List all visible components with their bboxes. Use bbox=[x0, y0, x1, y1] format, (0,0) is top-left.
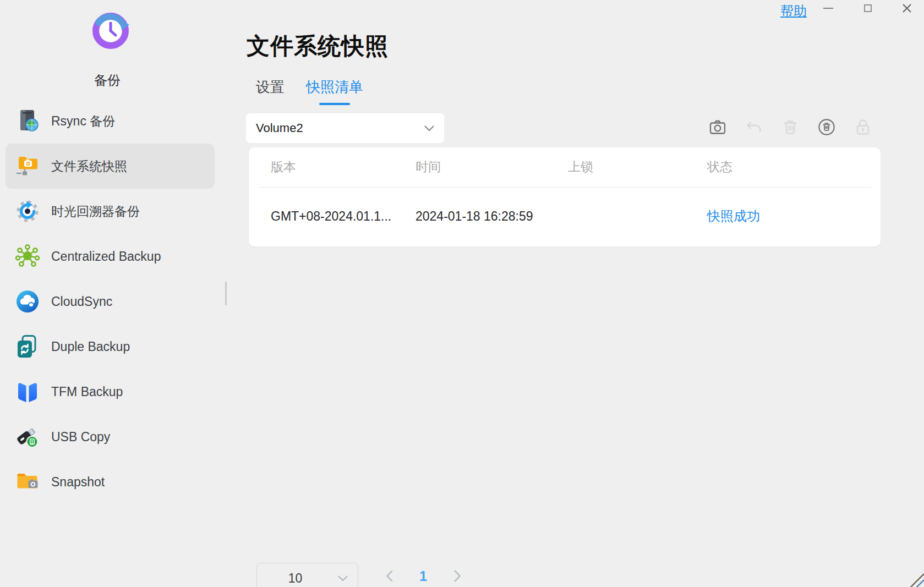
trash-icon bbox=[781, 118, 799, 136]
filesystem-snapshot-icon bbox=[15, 154, 40, 178]
tab-settings[interactable]: 设置 bbox=[255, 78, 286, 105]
sidebar-item-duple-backup[interactable]: Duple Backup bbox=[6, 324, 215, 369]
table-header-divider bbox=[259, 187, 871, 188]
table-row[interactable]: GMT+08-2024.01.1... 2024-01-18 16:28:59 … bbox=[249, 187, 881, 245]
sidebar-item-filesystem-snapshot[interactable]: 文件系统快照 bbox=[6, 144, 215, 189]
volume-select[interactable]: Volume2 bbox=[246, 113, 444, 143]
sidebar-item-snapshot[interactable]: Snapshot bbox=[6, 459, 215, 504]
sidebar-item-label: TFM Backup bbox=[51, 385, 123, 399]
tab-bar: 设置 快照清单 bbox=[255, 78, 363, 105]
column-header-version: 版本 bbox=[271, 158, 415, 175]
lock-icon bbox=[854, 118, 872, 136]
page-title: 文件系统快照 bbox=[247, 31, 389, 62]
sidebar: 备份 Rsync 备份 文 bbox=[0, 0, 220, 587]
cell-version: GMT+08-2024.01.1... bbox=[271, 209, 415, 224]
tab-label: 设置 bbox=[256, 78, 285, 97]
pagination: 1 bbox=[381, 567, 465, 585]
centralized-backup-icon bbox=[15, 244, 40, 268]
usb-copy-icon bbox=[15, 425, 40, 449]
page-number-current[interactable]: 1 bbox=[415, 568, 431, 584]
sidebar-item-rsync-backup[interactable]: Rsync 备份 bbox=[6, 98, 215, 144]
lock-snapshot-button[interactable] bbox=[854, 118, 872, 136]
restore-snapshot-button[interactable] bbox=[745, 118, 763, 136]
sidebar-item-time-machine-backup[interactable]: 时光回溯器备份 bbox=[6, 189, 215, 234]
previous-page-button[interactable] bbox=[381, 567, 397, 585]
sidebar-item-label: Rsync 备份 bbox=[51, 113, 115, 130]
chevron-right-icon bbox=[454, 570, 461, 582]
tab-snapshot-list[interactable]: 快照清单 bbox=[306, 78, 363, 105]
cell-time: 2024-01-18 16:28:59 bbox=[415, 209, 568, 224]
snapshot-toolbar bbox=[709, 118, 872, 136]
sidebar-item-label: 文件系统快照 bbox=[51, 158, 127, 175]
maximize-button[interactable] bbox=[859, 0, 877, 17]
cell-status-link[interactable]: 快照成功 bbox=[707, 207, 881, 225]
snapshot-icon bbox=[15, 470, 40, 494]
sidebar-item-label: 时光回溯器备份 bbox=[51, 203, 140, 220]
minimize-icon bbox=[823, 8, 833, 9]
rsync-backup-icon bbox=[15, 109, 40, 133]
delete-all-snapshots-button[interactable] bbox=[818, 118, 835, 136]
close-button[interactable] bbox=[898, 0, 916, 17]
app-title: 备份 bbox=[0, 72, 215, 89]
page-size-value: 10 bbox=[288, 571, 303, 586]
trash-circle-icon bbox=[818, 118, 835, 136]
sidebar-item-label: USB Copy bbox=[51, 430, 110, 445]
undo-icon bbox=[745, 118, 763, 136]
active-tab-underline bbox=[319, 103, 350, 105]
window-resize-grip[interactable] bbox=[909, 572, 924, 587]
time-machine-backup-icon bbox=[15, 199, 40, 223]
sidebar-item-usb-copy[interactable]: USB Copy bbox=[6, 414, 215, 459]
tab-label: 快照清单 bbox=[306, 78, 363, 97]
chevron-down-icon bbox=[338, 575, 348, 581]
column-header-locked: 上锁 bbox=[568, 158, 707, 175]
tab-underline bbox=[255, 103, 286, 105]
chevron-left-icon bbox=[386, 570, 393, 582]
snapshot-table-card: 版本 时间 上锁 状态 GMT+08-2024.01.1... 2024-01-… bbox=[249, 147, 881, 246]
chevron-down-icon bbox=[424, 125, 434, 131]
sidebar-item-tfm-backup[interactable]: TFM Backup bbox=[6, 369, 215, 414]
sidebar-scrollbar-thumb[interactable] bbox=[225, 281, 227, 305]
backup-app-logo-clock-icon bbox=[90, 10, 131, 51]
sidebar-item-label: CloudSync bbox=[51, 294, 112, 309]
column-header-status: 状态 bbox=[707, 158, 881, 175]
volume-select-value: Volume2 bbox=[256, 121, 424, 135]
duple-backup-icon bbox=[15, 334, 40, 359]
table-header-row: 版本 时间 上锁 状态 bbox=[249, 147, 881, 186]
maximize-icon bbox=[864, 4, 872, 12]
page-size-select[interactable]: 10 bbox=[256, 563, 358, 587]
sidebar-item-centralized-backup[interactable]: Centralized Backup bbox=[6, 234, 215, 279]
help-link[interactable]: 帮助 bbox=[780, 2, 807, 20]
sidebar-nav: Rsync 备份 文件系统快照 bbox=[0, 98, 220, 504]
sidebar-item-label: Snapshot bbox=[51, 475, 105, 490]
sidebar-item-label: Centralized Backup bbox=[51, 249, 161, 264]
sidebar-item-label: Duple Backup bbox=[51, 339, 130, 354]
next-page-button[interactable] bbox=[450, 567, 465, 585]
take-snapshot-button[interactable] bbox=[709, 118, 726, 136]
minimize-button[interactable] bbox=[819, 0, 838, 17]
column-header-time: 时间 bbox=[415, 158, 568, 175]
close-icon bbox=[902, 3, 912, 13]
delete-snapshot-button[interactable] bbox=[781, 118, 799, 136]
cloudsync-icon bbox=[15, 289, 40, 314]
tfm-backup-icon bbox=[15, 380, 40, 404]
sidebar-item-cloudsync[interactable]: CloudSync bbox=[6, 279, 215, 324]
camera-icon bbox=[709, 118, 726, 136]
